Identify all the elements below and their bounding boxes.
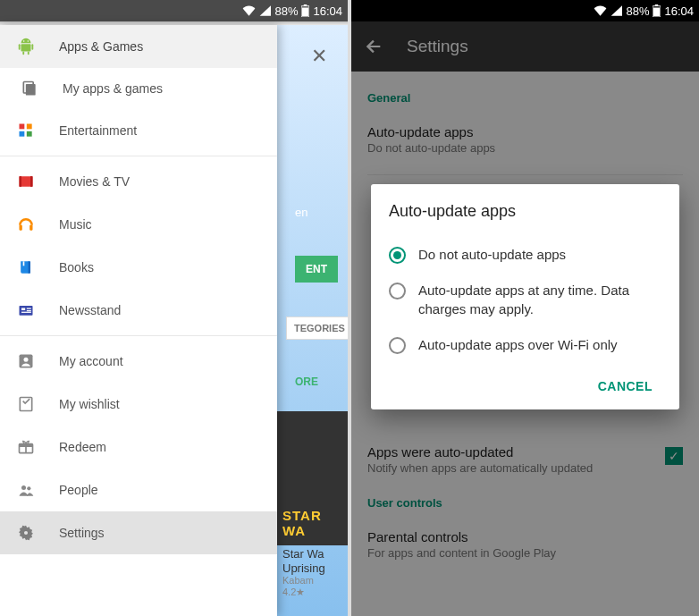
drawer-my-account[interactable]: My account: [0, 340, 277, 383]
dialog-title: Auto-update apps: [389, 202, 661, 221]
status-bar: 88% 16:04: [0, 0, 348, 21]
gear-icon: [16, 523, 36, 543]
bg-text-en: en: [295, 206, 307, 219]
drawer-label: My wishlist: [59, 397, 261, 411]
app-title-l2: Uprising: [282, 561, 325, 576]
drawer-redeem[interactable]: Redeem: [0, 426, 277, 468]
radio-unchecked-icon: [389, 337, 406, 354]
wishlist-icon: [16, 394, 36, 414]
drawer-label: My account: [59, 354, 261, 368]
radio-opt-anytime[interactable]: Auto-update apps at any time. Data charg…: [389, 273, 661, 327]
drawer-people[interactable]: People: [0, 468, 277, 511]
drawer-apps-games[interactable]: Apps & Games: [0, 25, 277, 68]
svg-rect-26: [27, 310, 31, 311]
svg-rect-2: [302, 8, 308, 17]
svg-rect-4: [19, 44, 21, 49]
drawer-movies[interactable]: Movies & TV: [0, 160, 277, 203]
app-title-l1: Star Wa: [282, 547, 325, 561]
svg-rect-27: [21, 312, 31, 313]
svg-rect-22: [23, 261, 25, 266]
battery-pct: 88%: [274, 4, 298, 18]
bg-app-title: Star Wa Uprising Kabam 4.2★: [282, 547, 325, 599]
svg-point-29: [24, 358, 29, 362]
drawer-label: People: [59, 483, 261, 497]
bg-app-card[interactable]: STAR WA: [277, 411, 348, 545]
drawer-label: Entertainment: [59, 123, 261, 138]
svg-rect-18: [30, 176, 33, 187]
svg-rect-6: [22, 52, 24, 55]
clock: 16:04: [313, 4, 342, 18]
svg-point-35: [27, 486, 30, 490]
svg-rect-33: [25, 444, 27, 453]
radio-label: Do not auto-update apps: [418, 246, 566, 264]
wifi-icon: [242, 5, 256, 16]
app-publisher: Kabam: [282, 575, 325, 586]
close-icon[interactable]: ✕: [304, 41, 334, 72]
svg-rect-13: [27, 124, 32, 130]
svg-rect-5: [31, 44, 33, 49]
bg-badge-categories: TEGORIES: [286, 316, 348, 340]
entertainment-icon: [16, 121, 36, 140]
divider: [0, 335, 277, 336]
svg-rect-14: [20, 131, 25, 137]
app-rating: 4.2★: [282, 586, 325, 598]
clock: 16:04: [664, 4, 694, 18]
screen-play-store-drawer: 88% 16:04 ✕ en ENT TEGORIES ORE STAR WA …: [0, 0, 348, 616]
screen-settings-dialog: 88% 16:04 Settings General Auto-update a…: [351, 0, 699, 616]
card-caption: STAR WA: [282, 508, 348, 538]
divider: [0, 156, 277, 156]
drawer-settings[interactable]: Settings: [0, 511, 277, 554]
svg-rect-21: [29, 261, 31, 273]
nav-drawer: Apps & Games My apps & games Entertainme…: [0, 25, 277, 616]
radio-label: Auto-update apps at any time. Data charg…: [418, 282, 661, 318]
svg-rect-15: [27, 131, 32, 137]
signal-icon: [611, 5, 622, 16]
people-icon: [16, 480, 36, 500]
wifi-icon: [594, 5, 607, 16]
svg-rect-3: [21, 44, 31, 51]
movies-icon: [16, 172, 36, 191]
radio-unchecked-icon: [389, 283, 406, 300]
radio-opt-wifi[interactable]: Auto-update apps over Wi-Fi only: [389, 327, 661, 363]
books-icon: [16, 257, 36, 277]
svg-point-37: [24, 531, 28, 535]
svg-rect-24: [21, 308, 25, 311]
svg-rect-12: [20, 124, 25, 130]
bg-more-fragment: ORE: [295, 376, 318, 388]
battery-icon: [301, 4, 309, 17]
battery-icon: [653, 4, 661, 17]
drawer-label: Redeem: [59, 440, 261, 454]
battery-pct: 88%: [626, 4, 649, 18]
radio-checked-icon: [389, 247, 406, 264]
svg-point-8: [23, 40, 24, 41]
signal-icon: [259, 5, 271, 16]
svg-point-9: [28, 40, 29, 41]
redeem-icon: [16, 437, 36, 457]
svg-rect-17: [20, 176, 22, 187]
drawer-books[interactable]: Books: [0, 246, 277, 289]
svg-rect-19: [20, 225, 22, 231]
drawer-my-apps[interactable]: My apps & games: [0, 68, 277, 109]
drawer-label: Books: [59, 260, 261, 274]
account-icon: [16, 351, 36, 371]
svg-rect-25: [27, 308, 31, 309]
my-apps-icon: [20, 79, 39, 98]
drawer-label: Settings: [59, 526, 261, 540]
radio-opt-no-update[interactable]: Do not auto-update apps: [389, 237, 661, 273]
drawer-newsstand[interactable]: Newsstand: [0, 289, 277, 332]
drawer-music[interactable]: Music: [0, 203, 277, 246]
drawer-entertainment[interactable]: Entertainment: [0, 109, 277, 152]
drawer-label: My apps & games: [63, 81, 261, 96]
drawer-label: Apps & Games: [59, 39, 261, 54]
bg-badge-ent: ENT: [295, 256, 338, 283]
drawer-label: Movies & TV: [59, 174, 261, 189]
svg-rect-40: [653, 8, 660, 17]
drawer-my-wishlist[interactable]: My wishlist: [0, 383, 277, 426]
cancel-button[interactable]: CANCEL: [589, 372, 661, 401]
svg-point-34: [21, 485, 26, 490]
svg-rect-7: [28, 52, 29, 55]
drawer-label: Music: [59, 217, 261, 232]
dialog-auto-update: Auto-update apps Do not auto-update apps…: [371, 184, 679, 409]
radio-label: Auto-update apps over Wi-Fi only: [418, 336, 618, 354]
svg-rect-20: [29, 225, 32, 231]
